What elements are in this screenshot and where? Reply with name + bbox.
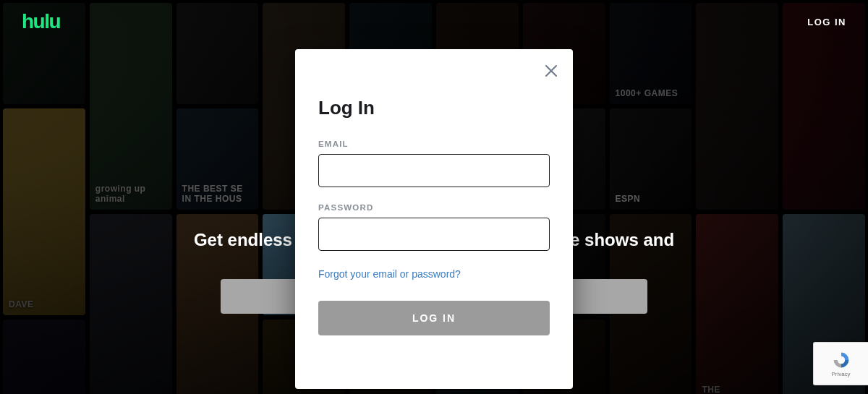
password-label: PASSWORD	[318, 203, 550, 212]
login-button[interactable]: LOG IN	[318, 301, 550, 335]
password-field[interactable]	[318, 218, 550, 251]
recaptcha-privacy: Privacy	[831, 371, 850, 377]
forgot-link[interactable]: Forgot your email or password?	[318, 268, 461, 280]
bg-tile: AVENGERS ENDGAME	[90, 214, 172, 394]
recaptcha-icon	[832, 351, 851, 369]
bg-tile: THE HANDMAID'S TALE	[696, 214, 778, 394]
bg-tile: DAVE	[3, 108, 85, 315]
email-field[interactable]	[318, 154, 550, 187]
recaptcha-badge[interactable]: Privacy	[813, 342, 868, 385]
login-modal: Log In EMAIL PASSWORD Forgot your email …	[295, 49, 573, 389]
hulu-logo: hulu	[22, 10, 60, 33]
bg-tile	[3, 320, 85, 394]
top-nav: hulu LOG IN	[0, 0, 868, 43]
email-label: EMAIL	[318, 140, 550, 148]
nav-login-link[interactable]: LOG IN	[807, 17, 846, 27]
close-icon[interactable]	[542, 62, 560, 80]
modal-title: Log In	[318, 97, 550, 119]
